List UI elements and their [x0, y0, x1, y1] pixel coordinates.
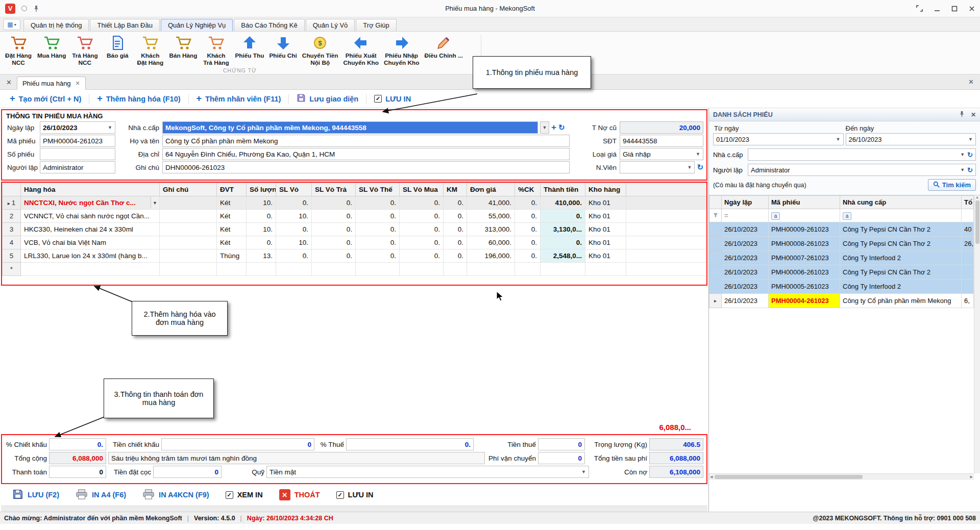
- cell[interactable]: 0.: [312, 223, 356, 236]
- cell[interactable]: [276, 263, 312, 276]
- cell[interactable]: [541, 263, 585, 276]
- cell[interactable]: 10.: [247, 223, 276, 236]
- item-cell[interactable]: VCNNCT, Vỏ chai sành nước ngọt Cần...: [21, 210, 160, 223]
- cell[interactable]: 13.: [247, 249, 276, 263]
- preview-print-toggle[interactable]: ✓XEM IN: [218, 487, 270, 502]
- column-header[interactable]: Đơn giá: [467, 183, 515, 196]
- ban-hang-button[interactable]: Bán Hàng: [166, 34, 200, 61]
- cell[interactable]: 0.: [444, 236, 467, 249]
- loai-gia-select[interactable]: Giá nhập▼: [620, 148, 703, 160]
- ho-ten-field[interactable]: Công ty Cổ phần phần mềm Mekong: [162, 135, 570, 147]
- table-row[interactable]: 3 HKC330, Heineken chai 24 x 330ml Két 1…: [3, 223, 707, 236]
- print-a4-button[interactable]: IN A4 (F6): [68, 487, 133, 502]
- den-ngay-select[interactable]: 26/10/2023▼: [846, 133, 976, 145]
- cell[interactable]: Két: [217, 196, 247, 210]
- cell[interactable]: 0.: [444, 196, 467, 210]
- so-phieu-field[interactable]: [40, 148, 115, 160]
- filter-cell[interactable]: a: [769, 209, 840, 222]
- column-header[interactable]: SL Vỏ Trả: [312, 183, 356, 196]
- tab-phieu-mua-hang[interactable]: Phiếu mua hàng✕: [17, 77, 86, 90]
- minimize-icon[interactable]: [934, 6, 940, 12]
- ghi-chu-field[interactable]: DHN00006-261023: [162, 161, 570, 173]
- dat-hang-ncc-button[interactable]: Đặt Hàng NCC: [2, 34, 35, 67]
- cell[interactable]: Kho 01: [585, 223, 626, 236]
- cell[interactable]: [247, 263, 276, 276]
- cell[interactable]: [312, 263, 356, 276]
- scrollbar-thumb[interactable]: [715, 475, 863, 479]
- dieu-chinh-button[interactable]: Điều Chỉnh ...: [422, 34, 465, 61]
- dat-coc-field[interactable]: 0: [153, 466, 222, 478]
- cell[interactable]: 0.: [515, 249, 541, 263]
- column-header[interactable]: SL Vỏ: [276, 183, 312, 196]
- cell[interactable]: Két: [217, 210, 247, 223]
- chevron-down-icon[interactable]: ▼: [151, 197, 159, 209]
- save-button[interactable]: LƯU (F2): [5, 487, 66, 502]
- column-header[interactable]: Ngày lập: [722, 196, 769, 209]
- close-panel-icon[interactable]: ✕: [971, 111, 976, 118]
- exit-button[interactable]: ✕THOÁT: [272, 487, 327, 502]
- column-header[interactable]: SL Vỏ Thế: [356, 183, 400, 196]
- horizontal-scrollbar[interactable]: ◀▶: [709, 473, 974, 480]
- cell[interactable]: 0.: [400, 223, 444, 236]
- cell[interactable]: [400, 263, 444, 276]
- amount-cell[interactable]: 0.: [541, 210, 585, 223]
- list-item[interactable]: 26/10/2023 PMH00008-261023 Công Ty Pepsi…: [709, 237, 974, 251]
- cell[interactable]: 0.: [247, 210, 276, 223]
- cell[interactable]: [444, 263, 467, 276]
- cell[interactable]: 10.: [276, 236, 312, 249]
- thanh-toan-field[interactable]: 0: [49, 466, 106, 478]
- mua-hang-button[interactable]: Mua Hàng: [35, 34, 68, 61]
- tab-quan-tri-he-thong[interactable]: Quản trị hệ thống: [23, 19, 89, 31]
- cell[interactable]: 0.: [276, 249, 312, 263]
- tab-thiet-lap-ban-dau[interactable]: Thiết Lập Ban Đầu: [90, 19, 159, 31]
- vertical-scrollbar[interactable]: ▲: [974, 195, 980, 473]
- scrollbar-thumb[interactable]: [975, 200, 979, 244]
- cell[interactable]: [160, 223, 217, 236]
- khach-tra-hang-button[interactable]: Khách Trả Hàng: [200, 34, 232, 67]
- save-print-toggle[interactable]: ✓LƯU IN: [366, 90, 419, 108]
- column-header[interactable]: Mã phiếu: [769, 196, 840, 209]
- tien-thue-field[interactable]: 0: [538, 438, 585, 450]
- cell[interactable]: 0.: [400, 236, 444, 249]
- close-document-icon[interactable]: ✕: [968, 78, 974, 86]
- phieu-xuat-chuyen-kho-button[interactable]: Phiếu Xuất Chuyển Kho: [340, 34, 381, 67]
- cell[interactable]: 0.: [515, 236, 541, 249]
- item-cell[interactable]: HKC330, Heineken chai 24 x 330ml: [21, 223, 160, 236]
- cell[interactable]: 0.: [312, 236, 356, 249]
- amount-cell[interactable]: 410,000.: [541, 196, 585, 210]
- nha-ccap-select[interactable]: MekongSoft, Công ty Cổ phần phần mềm Mek…: [162, 121, 538, 134]
- chuyen-tien-noi-bo-button[interactable]: $Chuyển Tiền Nội Bộ: [300, 34, 341, 67]
- cell[interactable]: 0.: [276, 196, 312, 210]
- quy-select[interactable]: Tiền mặt▼: [266, 466, 589, 478]
- fullscreen-icon[interactable]: [916, 5, 923, 12]
- search-button[interactable]: Tìm kiếm: [928, 179, 976, 191]
- pct-thue-field[interactable]: 0.: [346, 438, 474, 450]
- amount-cell[interactable]: 3,130,0...: [541, 223, 585, 236]
- nhan-vien-select[interactable]: ▼: [620, 161, 695, 173]
- cell[interactable]: 60,000.: [467, 236, 515, 249]
- pin-icon[interactable]: [959, 111, 965, 119]
- list-item[interactable]: 26/10/2023 PMH00007-261023 Công Ty Inter…: [709, 251, 974, 265]
- cell[interactable]: 0.: [276, 223, 312, 236]
- refresh-icon[interactable]: ↻: [558, 123, 565, 132]
- dia-chi-field[interactable]: 64 Nguyễn Đình Chiểu, Phường Đa Kao, Quậ…: [162, 148, 570, 160]
- tab-quan-ly-vo[interactable]: Quản Lý Vỏ: [306, 19, 355, 31]
- column-header[interactable]: Hàng hóa: [21, 183, 160, 196]
- cell[interactable]: Kho 01: [585, 210, 626, 223]
- nguoi-lap-field[interactable]: Administrator: [40, 161, 115, 173]
- cell[interactable]: [467, 263, 515, 276]
- column-header[interactable]: Nhà cung cấp: [840, 196, 962, 209]
- cell[interactable]: 196,000.: [467, 249, 515, 263]
- filter-cell[interactable]: =: [722, 209, 769, 222]
- phieu-chi-button[interactable]: Phiếu Chi: [266, 34, 299, 61]
- chevron-down-icon[interactable]: ▼: [540, 121, 549, 134]
- save-layout-button[interactable]: Lưu giao diện: [289, 90, 366, 108]
- refresh-icon[interactable]: ↻: [697, 163, 703, 172]
- item-cell[interactable]: VCB, Vỏ chai bia Việt Nam: [21, 236, 160, 249]
- cell[interactable]: 0.: [444, 249, 467, 263]
- save-print-toggle[interactable]: ✓LƯU IN: [329, 487, 381, 502]
- cell[interactable]: 0.: [444, 210, 467, 223]
- column-header[interactable]: KM: [444, 183, 467, 196]
- ngay-lap-select[interactable]: 26/10/2023▼: [40, 121, 115, 134]
- filter-icon[interactable]: [709, 209, 722, 222]
